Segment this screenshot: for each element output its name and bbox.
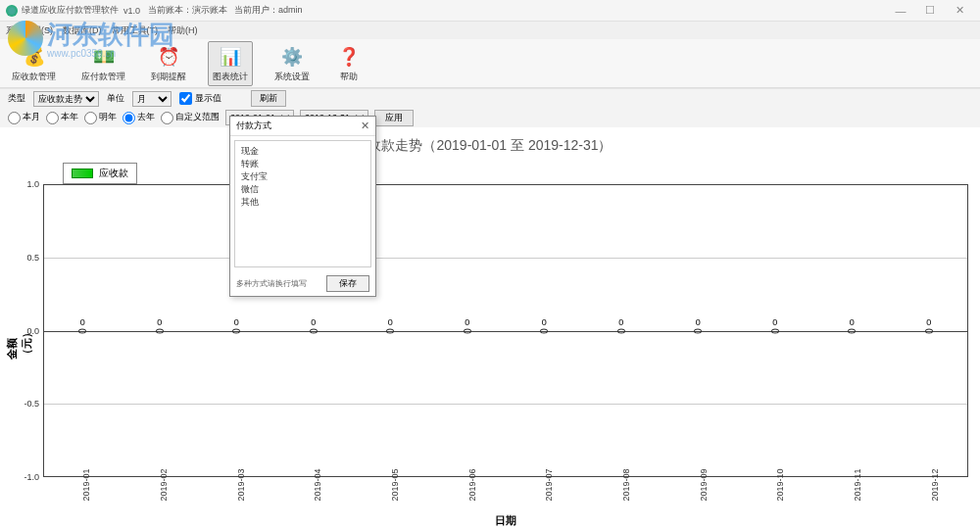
payment-option[interactable]: 微信: [241, 183, 365, 196]
cash-icon: 💵: [90, 44, 118, 70]
data-label: 0: [80, 317, 85, 327]
money-icon: 💰: [21, 44, 48, 70]
app-icon: [6, 5, 18, 17]
chart-legend: 应收款: [63, 163, 137, 184]
y-tick-label: -1.0: [24, 472, 39, 482]
show-value-checkbox[interactable]: 显示值: [179, 92, 221, 105]
x-tick-label: 2019-01: [81, 468, 91, 501]
range-custom[interactable]: 自定义范围: [161, 111, 220, 123]
x-tick-label: 2019-06: [467, 468, 477, 501]
unit-label: 单位: [107, 92, 124, 105]
data-marker: [771, 328, 779, 333]
tool-label: 图表统计: [213, 71, 248, 83]
legend-swatch-icon: [72, 169, 93, 178]
data-label: 0: [696, 317, 701, 327]
y-tick-label: 0.0: [26, 326, 39, 336]
save-button[interactable]: 保存: [326, 275, 369, 292]
app-name: 绿道应收应付款管理软件: [22, 4, 119, 17]
menu-help[interactable]: 帮助(H): [168, 24, 198, 37]
data-marker: [156, 328, 164, 333]
x-tick-label: 2019-10: [775, 468, 785, 501]
dialog-footer: 多种方式请换行填写 保存: [230, 271, 375, 296]
y-tick-label: -0.5: [24, 399, 39, 409]
menu-database[interactable]: 数据库(D): [63, 24, 102, 37]
data-marker: [540, 328, 548, 333]
unit-select[interactable]: 月: [132, 91, 172, 107]
range-next-year[interactable]: 明年: [84, 111, 117, 123]
toolbar: 💰 应收款管理 💵 应付款管理 ⏰ 到期提醒 📊 图表统计 ⚙️ 系统设置 ❓ …: [0, 39, 980, 88]
close-icon[interactable]: ✕: [945, 4, 974, 17]
tool-charts[interactable]: 📊 图表统计: [208, 41, 253, 86]
type-select[interactable]: 应收款走势: [33, 91, 99, 107]
tool-receivables[interactable]: 💰 应收款管理: [8, 42, 60, 85]
dialog-title-text: 付款方式: [236, 120, 271, 132]
payment-method-dialog: 付款方式 ✕ 现金 转账 支付宝 微信 其他 多种方式请换行填写 保存: [229, 116, 376, 297]
tool-settings[interactable]: ⚙️ 系统设置: [270, 42, 314, 85]
tool-label: 应收款管理: [12, 71, 56, 83]
dialog-titlebar: 付款方式 ✕: [230, 117, 375, 136]
dialog-close-icon[interactable]: ✕: [361, 120, 369, 132]
tool-label: 帮助: [340, 71, 358, 83]
x-tick-label: 2019-05: [390, 468, 400, 501]
user-label: 当前用户：admin: [234, 4, 303, 17]
x-tick-label: 2019-04: [313, 468, 322, 501]
data-marker: [925, 328, 933, 333]
tool-label: 系统设置: [274, 71, 310, 83]
payment-option[interactable]: 支付宝: [241, 170, 365, 183]
payment-option[interactable]: 其他: [241, 196, 365, 209]
range-last-year[interactable]: 去年: [122, 111, 155, 123]
x-tick-label: 2019-12: [930, 468, 940, 501]
tool-payables[interactable]: 💵 应付款管理: [77, 42, 129, 85]
date-range-bar: 本月 本年 明年 去年 自定义范围 2019-01-01 2019-12-31 …: [0, 108, 980, 127]
dialog-body[interactable]: 现金 转账 支付宝 微信 其他: [234, 140, 371, 267]
db-label: 当前账本：演示账本: [148, 4, 227, 17]
tool-reminder[interactable]: ⏰ 到期提醒: [147, 42, 190, 85]
data-label: 0: [465, 317, 469, 327]
data-marker: [617, 328, 625, 333]
maximize-icon[interactable]: ☐: [915, 4, 945, 17]
data-marker: [78, 328, 86, 333]
data-marker: [386, 328, 394, 333]
data-marker: [232, 328, 240, 333]
menu-system[interactable]: 系统管理(S): [6, 24, 53, 37]
x-axis: 日期 2019-012019-022019-032019-042019-0520…: [43, 477, 968, 530]
refresh-button[interactable]: 刷新: [251, 90, 286, 107]
apply-button[interactable]: 应用: [374, 110, 414, 126]
tool-help[interactable]: ❓ 帮助: [331, 42, 367, 85]
data-label: 0: [542, 317, 547, 327]
chart-area: 收款走势（2019-01-01 至 2019-12-31） 应收款 金额（元） …: [0, 127, 980, 530]
app-version: v1.0: [123, 6, 140, 16]
chart-title: 收款走势（2019-01-01 至 2019-12-31）: [0, 127, 980, 159]
y-tick-label: 1.0: [26, 179, 39, 189]
x-tick-label: 2019-02: [159, 468, 169, 501]
help-icon: ❓: [335, 44, 363, 70]
data-label: 0: [926, 317, 931, 327]
type-label: 类型: [8, 92, 25, 105]
clock-icon: ⏰: [155, 44, 182, 70]
legend-label: 应收款: [99, 167, 128, 180]
chart-icon: 📊: [217, 44, 244, 70]
data-label: 0: [157, 317, 162, 327]
data-marker: [310, 328, 318, 333]
data-label: 0: [618, 317, 623, 327]
menubar: 系统管理(S) 数据库(D) 常用工具(T) 帮助(H): [0, 22, 980, 39]
range-this-month[interactable]: 本月: [8, 111, 40, 123]
gear-icon: ⚙️: [278, 44, 306, 70]
data-label: 0: [311, 317, 316, 327]
data-marker: [848, 328, 856, 333]
payment-option[interactable]: 现金: [241, 145, 365, 158]
range-this-year[interactable]: 本年: [46, 111, 78, 123]
x-tick-label: 2019-03: [236, 468, 246, 501]
data-label: 0: [850, 317, 855, 327]
filter-bar: 类型 应收款走势 单位 月 显示值 刷新: [0, 88, 980, 108]
payment-option[interactable]: 转账: [241, 158, 365, 170]
dialog-hint: 多种方式请换行填写: [236, 278, 307, 289]
data-marker: [464, 328, 471, 333]
tool-label: 到期提醒: [151, 71, 186, 83]
x-tick-label: 2019-07: [544, 468, 554, 501]
tool-label: 应付款管理: [81, 71, 125, 83]
minimize-icon[interactable]: —: [886, 5, 915, 17]
data-label: 0: [388, 317, 393, 327]
menu-tools[interactable]: 常用工具(T): [112, 24, 159, 37]
x-axis-title: 日期: [495, 513, 516, 528]
